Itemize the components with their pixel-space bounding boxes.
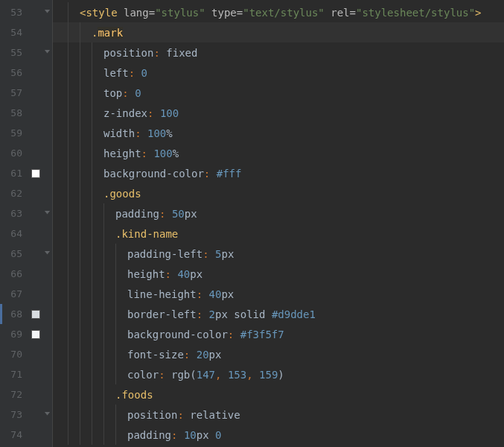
fold-toggle-icon[interactable] <box>43 250 51 258</box>
code-line[interactable]: z-index: 100 <box>53 103 504 123</box>
token: : <box>202 248 215 260</box>
code-line[interactable]: .mark <box>53 22 504 42</box>
indent-guide <box>80 405 80 425</box>
indent-guide <box>80 324 80 344</box>
token: > <box>475 7 481 19</box>
line-content: .foods <box>56 389 153 401</box>
token: 100 <box>153 148 172 159</box>
token: : <box>153 47 166 59</box>
indent-guide <box>80 224 80 244</box>
indent-guide <box>92 163 92 183</box>
code-line[interactable]: position: relative <box>53 405 504 425</box>
line-content: padding-left: 5px <box>56 248 234 260</box>
indent-guide <box>68 83 68 103</box>
gutter-row: 74 <box>0 425 52 445</box>
code-line[interactable]: left: 0 <box>53 63 504 83</box>
indent-guide <box>115 284 116 304</box>
token: : <box>197 288 209 300</box>
token: padding <box>115 208 159 220</box>
token: 147 <box>197 369 215 381</box>
code-line[interactable]: .goods <box>53 183 504 203</box>
code-line[interactable]: padding: 50px <box>53 203 504 224</box>
code-line[interactable]: line-height: 40px <box>53 284 504 304</box>
code-line[interactable]: height: 100% <box>53 143 504 163</box>
code-line[interactable]: <style lang="stylus" type="text/stylus" … <box>53 2 504 22</box>
token: <style <box>80 7 124 19</box>
line-number: 58 <box>0 107 22 118</box>
token: rgb <box>171 369 190 381</box>
line-number: 66 <box>0 268 22 279</box>
code-area[interactable]: <style lang="stylus" type="text/stylus" … <box>52 0 504 447</box>
fold-toggle-icon[interactable] <box>43 49 51 57</box>
change-marker <box>0 304 2 324</box>
line-content: line-height: 40px <box>56 288 234 300</box>
code-line[interactable]: font-size: 20px <box>53 344 504 364</box>
gutter-row: 73 <box>0 405 52 425</box>
code-line[interactable]: height: 40px <box>53 264 504 284</box>
code-line[interactable]: border-left: 2px solid #d9dde1 <box>53 304 504 324</box>
code-line[interactable]: .kind-name <box>53 224 504 244</box>
code-line[interactable]: background-color: #f3f5f7 <box>53 324 504 344</box>
line-content: width: 100% <box>56 127 173 139</box>
code-editor[interactable]: 5354555657585960616263646566676869707172… <box>0 0 504 447</box>
line-number: 57 <box>0 87 22 98</box>
color-swatch-icon[interactable] <box>31 330 40 339</box>
token: 100 <box>160 107 179 119</box>
line-content: .goods <box>56 188 141 200</box>
token: z-index <box>103 107 147 119</box>
color-swatch-icon[interactable] <box>31 310 40 319</box>
indent-guide <box>68 344 68 364</box>
indent-guide <box>80 364 80 384</box>
gutter-row: 72 <box>0 384 52 405</box>
indent-guide <box>103 264 104 284</box>
line-content: .mark <box>56 27 123 39</box>
indent-guide <box>80 203 80 224</box>
color-swatch-icon[interactable] <box>31 169 40 178</box>
indent-guide <box>80 264 80 284</box>
token: = <box>237 7 243 19</box>
token: padding-left <box>127 248 202 260</box>
gutter-row: 58 <box>0 103 52 123</box>
token: 50 <box>172 208 185 220</box>
code-line[interactable]: width: 100% <box>53 123 504 143</box>
indent-guide <box>68 163 68 183</box>
token: solid <box>234 308 272 320</box>
indent-guide <box>92 103 92 123</box>
token: fixed <box>166 47 197 59</box>
code-line[interactable]: .foods <box>53 384 504 405</box>
indent-guide <box>115 425 116 445</box>
token: left <box>103 67 129 79</box>
code-line[interactable]: background-color: #fff <box>53 163 504 183</box>
line-number: 65 <box>0 248 22 259</box>
indent-guide <box>68 183 68 203</box>
indent-guide <box>68 224 68 244</box>
indent-guide <box>80 384 80 405</box>
token: #fff <box>217 168 242 180</box>
token: : <box>159 208 172 220</box>
line-number: 70 <box>0 349 22 360</box>
token: : <box>129 67 141 79</box>
token: , <box>246 369 259 381</box>
fold-toggle-icon[interactable] <box>43 210 51 218</box>
indent-guide <box>80 425 80 445</box>
token: : <box>184 349 197 361</box>
token: = <box>149 7 155 19</box>
indent-guide <box>80 183 80 203</box>
code-line[interactable]: padding: 10px 0 <box>53 425 504 445</box>
line-number: 63 <box>0 208 22 219</box>
code-line[interactable]: position: fixed <box>53 42 504 63</box>
indent-guide <box>115 264 116 284</box>
code-line[interactable]: padding-left: 5px <box>53 244 504 264</box>
code-line[interactable]: top: 0 <box>53 83 504 103</box>
indent-guide <box>80 83 80 103</box>
token: lang <box>124 7 149 19</box>
fold-toggle-icon[interactable] <box>43 9 51 16</box>
indent-guide <box>68 304 68 324</box>
indent-guide <box>68 324 68 344</box>
token: .foods <box>115 389 153 401</box>
fold-toggle-icon[interactable] <box>43 411 51 419</box>
token: top <box>103 87 122 99</box>
line-number: 73 <box>0 409 22 420</box>
indent-guide <box>92 405 92 425</box>
code-line[interactable]: color: rgb(147, 153, 159) <box>53 364 504 384</box>
